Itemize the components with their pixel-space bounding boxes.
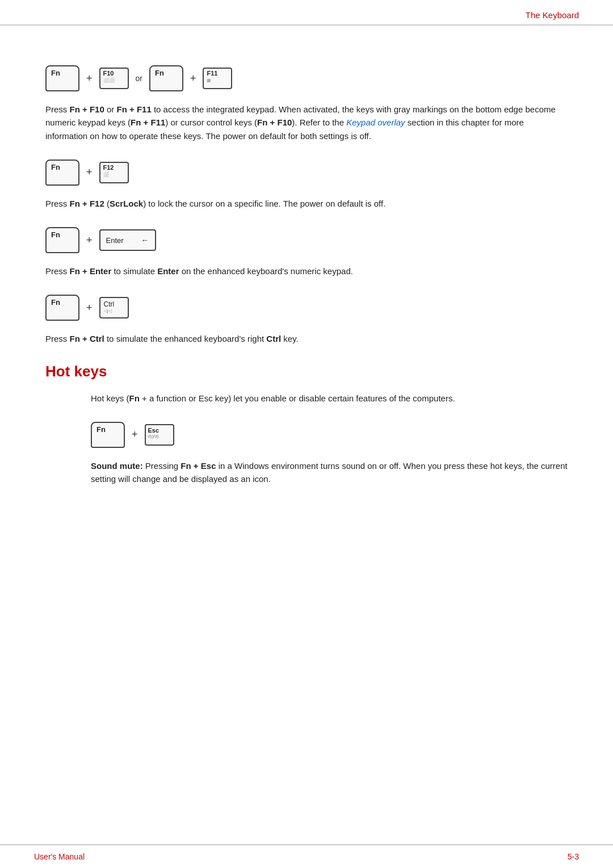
plus-5: + [86,302,93,314]
header-title: The Keyboard [526,10,579,20]
key-combo-fn-f10-f11: Fn + F10 ⬜⬜ or Fn + F11 ▦ [45,65,568,91]
key-f12: F12 ⬜ [99,162,129,183]
key-fn-3: Fn [45,160,79,186]
key-fn-4: Fn [45,227,79,253]
plus-1: + [86,73,93,85]
enter-arrow-icon: ← [141,236,149,245]
para-hot-keys-intro: Hot keys (Fn + a function or Esc key) le… [91,392,568,405]
key-esc: Esc d))/d) [145,424,174,446]
footer-right: 5-3 [568,852,579,861]
key-f11: F11 ▦ [203,68,232,89]
key-fn-1: Fn [45,65,79,91]
key-combo-fn-f12: Fn + F12 ⬜ [45,160,568,186]
plus-4: + [86,234,93,246]
page-footer: User's Manual 5-3 [0,844,613,868]
key-enter: Enter ← [99,229,156,251]
para-fn-f10-f11: Press Fn + F10 or Fn + F11 to access the… [45,103,568,142]
para-fn-ctrl: Press Fn + Ctrl to simulate the enhanced… [45,332,568,345]
key-fn-2: Fn [149,65,183,91]
page-header: The Keyboard [0,0,613,26]
key-combo-fn-enter: Fn + Enter ← [45,227,568,253]
key-ctrl: Ctrl ◁|◁ [99,297,129,318]
para-fn-enter: Press Fn + Enter to simulate Enter on th… [45,265,568,278]
key-f10: F10 ⬜⬜ [99,68,129,89]
keypad-overlay-link[interactable]: Keypad overlay [346,118,405,127]
plus-6: + [132,429,138,441]
key-combo-fn-esc: Fn + Esc d))/d) [91,422,568,448]
key-fn-5: Fn [45,295,79,321]
or-text: or [136,74,142,83]
para-fn-f12: Press Fn + F12 (ScrLock) to lock the cur… [45,197,568,210]
plus-2: + [190,73,196,85]
para-sound-mute: Sound mute: Pressing Fn + Esc in a Windo… [91,459,568,486]
footer-left: User's Manual [34,852,85,861]
plus-3: + [86,166,93,178]
hot-keys-content: Hot keys (Fn + a function or Esc key) le… [45,392,568,486]
key-fn-6: Fn [91,422,125,448]
main-content: Fn + F10 ⬜⬜ or Fn + F11 ▦ Press Fn + F10… [0,26,613,517]
page-container: The Keyboard Fn + F10 ⬜⬜ or Fn + F11 [0,0,613,868]
key-combo-fn-ctrl: Fn + Ctrl ◁|◁ [45,295,568,321]
section-title-hot-keys: Hot keys [45,363,568,380]
